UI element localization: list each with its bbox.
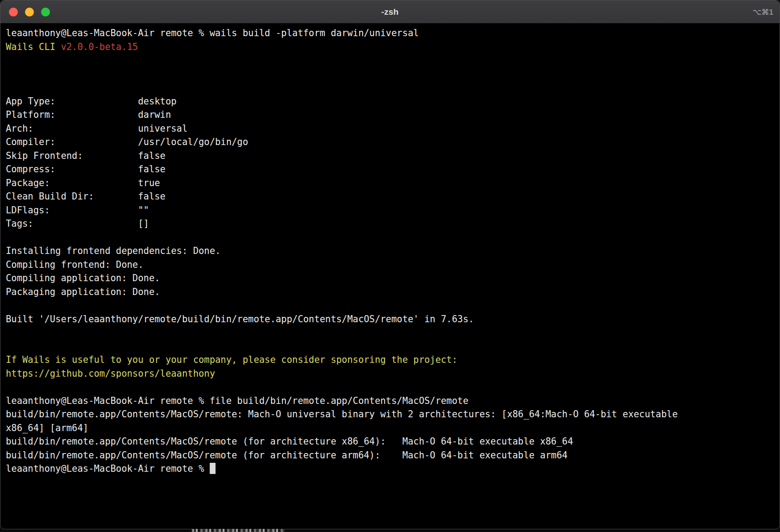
- terminal-text: leaanthony@Leas-MacBook-Air remote %: [6, 463, 210, 474]
- terminal-line: Platform: darwin: [6, 108, 774, 122]
- terminal-line: https://github.com/sponsors/leaanthony: [6, 367, 774, 381]
- terminal-text: Wails CLI: [6, 42, 61, 52]
- terminal-line: Compress: false: [6, 162, 774, 176]
- terminal-line: Built '/Users/leaanthony/remote/build/bi…: [6, 312, 774, 326]
- terminal-line: [6, 81, 774, 95]
- terminal-text: leaanthony@Leas-MacBook-Air remote % wai…: [6, 28, 419, 38]
- minimize-button[interactable]: [25, 8, 34, 17]
- terminal-line: leaanthony@Leas-MacBook-Air remote % wai…: [6, 26, 774, 40]
- traffic-lights: [9, 8, 50, 17]
- terminal-text: build/bin/remote.app/Contents/MacOS/remo…: [6, 436, 573, 447]
- terminal-line: build/bin/remote.app/Contents/MacOS/remo…: [6, 435, 774, 449]
- terminal-line: Tags: []: [6, 217, 774, 231]
- terminal-text: Compiling frontend: Done.: [6, 259, 144, 270]
- terminal-line: Package: true: [6, 176, 774, 190]
- terminal-line: build/bin/remote.app/Contents/MacOS/remo…: [6, 449, 774, 462]
- terminal-text: Compiling application: Done.: [6, 273, 160, 283]
- terminal-line: [6, 54, 774, 67]
- close-button[interactable]: [9, 8, 18, 17]
- terminal-text: build/bin/remote.app/Contents/MacOS/remo…: [6, 450, 568, 461]
- window-shortcut-hint: ⌥⌘1: [753, 0, 773, 24]
- terminal-text: Compiler: /usr/local/go/bin/go: [6, 137, 248, 147]
- terminal-text: build/bin/remote.app/Contents/MacOS/remo…: [6, 409, 678, 420]
- terminal-text: Packaging application: Done.: [6, 287, 160, 297]
- terminal-line: [6, 380, 774, 394]
- terminal-cursor: [210, 463, 216, 474]
- terminal-window: -zsh ⌥⌘1 leaanthony@Leas-MacBook-Air rem…: [0, 0, 780, 529]
- terminal-line: [6, 299, 774, 312]
- terminal-line: If Wails is useful to you or your compan…: [6, 353, 774, 367]
- terminal-line: Clean Build Dir: false: [6, 190, 774, 204]
- terminal-line: [6, 67, 774, 81]
- window-title: -zsh: [0, 7, 780, 17]
- terminal-text: Clean Build Dir: false: [6, 191, 166, 202]
- terminal-text: Platform: darwin: [6, 109, 171, 120]
- terminal-line: [6, 326, 774, 340]
- terminal-line: App Type: desktop: [6, 95, 774, 108]
- terminal-text: leaanthony@Leas-MacBook-Air remote % fil…: [6, 395, 469, 406]
- terminal-line: Compiling frontend: Done.: [6, 258, 774, 272]
- terminal-line: leaanthony@Leas-MacBook-Air remote %: [6, 462, 774, 476]
- terminal-line: x86_64] [arm64]: [6, 421, 774, 435]
- terminal-output[interactable]: leaanthony@Leas-MacBook-Air remote % wai…: [0, 24, 780, 476]
- titlebar[interactable]: -zsh ⌥⌘1: [0, 0, 780, 24]
- terminal-text: Package: true: [6, 178, 160, 188]
- zoom-button[interactable]: [41, 8, 50, 17]
- terminal-text: Tags: []: [6, 218, 149, 229]
- terminal-text: LDFlags: "": [6, 205, 149, 216]
- terminal-text: https://github.com/sponsors/leaanthony: [6, 368, 215, 379]
- terminal-text: x86_64] [arm64]: [6, 423, 88, 433]
- terminal-line: Wails CLI v2.0.0-beta.15: [6, 40, 774, 54]
- terminal-text: Built '/Users/leaanthony/remote/build/bi…: [6, 314, 474, 324]
- background-window-sliver: [192, 529, 285, 532]
- terminal-line: Packaging application: Done.: [6, 285, 774, 299]
- terminal-line: Skip Frontend: false: [6, 149, 774, 163]
- terminal-line: Compiler: /usr/local/go/bin/go: [6, 135, 774, 149]
- terminal-text: Arch: universal: [6, 123, 187, 134]
- terminal-line: LDFlags: "": [6, 204, 774, 217]
- terminal-text: If Wails is useful to you or your compan…: [6, 354, 457, 365]
- terminal-line: [6, 231, 774, 245]
- terminal-line: leaanthony@Leas-MacBook-Air remote % fil…: [6, 394, 774, 408]
- terminal-text: Compress: false: [6, 164, 166, 175]
- terminal-line: Installing frontend dependencies: Done.: [6, 244, 774, 258]
- terminal-text: Skip Frontend: false: [6, 150, 166, 161]
- terminal-line: build/bin/remote.app/Contents/MacOS/remo…: [6, 407, 774, 421]
- terminal-text: Installing frontend dependencies: Done.: [6, 245, 220, 256]
- terminal-line: [6, 340, 774, 353]
- terminal-text: App Type: desktop: [6, 96, 177, 107]
- terminal-text: v2.0.0-beta.15: [61, 42, 138, 52]
- terminal-line: Compiling application: Done.: [6, 271, 774, 285]
- terminal-line: Arch: universal: [6, 122, 774, 136]
